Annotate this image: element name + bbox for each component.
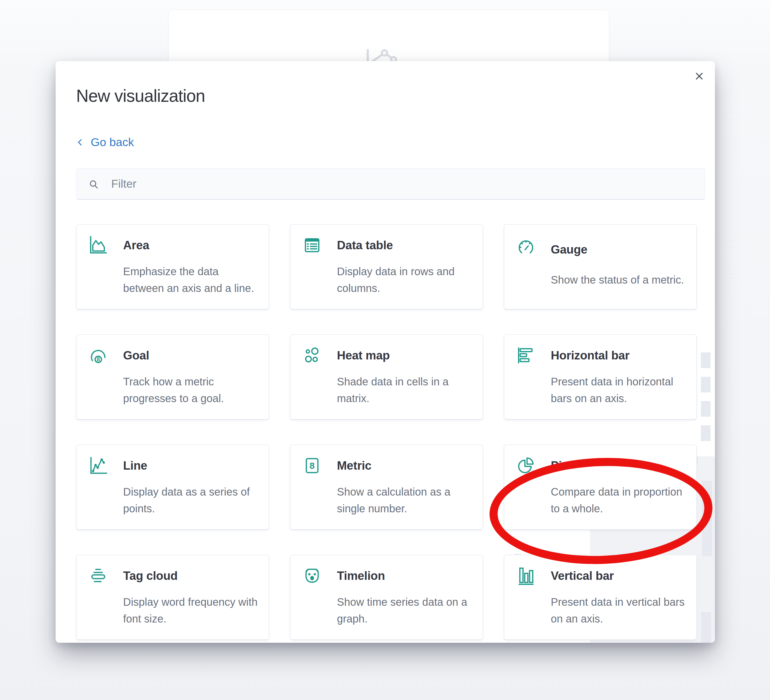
search-icon bbox=[89, 179, 99, 190]
pie-chart-icon bbox=[516, 456, 535, 475]
svg-text:8: 8 bbox=[310, 460, 315, 471]
vis-card-description: Show time series data on a graph. bbox=[337, 594, 473, 627]
vis-card-description: Track how a metric progresses to a goal. bbox=[123, 373, 259, 407]
vis-card-title: Heat map bbox=[337, 348, 473, 362]
vis-card-title: Metric bbox=[337, 459, 473, 472]
watermark-dash bbox=[701, 377, 710, 392]
watermark-dash bbox=[702, 481, 712, 556]
watermark-dash bbox=[701, 401, 710, 417]
vis-card-title: Gauge bbox=[551, 243, 687, 256]
goal-icon: 8 bbox=[89, 346, 108, 365]
heat-map-icon bbox=[302, 346, 322, 365]
vis-card-pie[interactable]: Pie Compare data in proportion to a whol… bbox=[504, 444, 697, 530]
vis-card-title: Timelion bbox=[337, 569, 473, 583]
vis-card-description: Compare data in proportion to a whole. bbox=[551, 483, 687, 517]
background-line-chart-icon bbox=[365, 49, 406, 62]
vis-card-title: Pie bbox=[551, 459, 687, 472]
watermark-dash bbox=[701, 352, 710, 368]
chevron-left-icon bbox=[76, 138, 85, 147]
close-icon bbox=[694, 70, 705, 82]
vis-card-description: Display data as a series of points. bbox=[123, 483, 259, 517]
vis-card-description: Present data in horizontal bars on an ax… bbox=[551, 373, 687, 407]
data-table-icon bbox=[302, 235, 322, 255]
vis-card-heat-map[interactable]: Heat map Shade data in cells in a matrix… bbox=[290, 334, 483, 420]
vis-card-data-table[interactable]: Data table Display data in rows and colu… bbox=[290, 224, 483, 309]
timelion-icon bbox=[302, 566, 322, 585]
visualization-type-grid: Area Emphasize the data between an axis … bbox=[76, 224, 697, 640]
page: { "modal": { "title": "New visualization… bbox=[0, 0, 770, 700]
vis-card-title: Vertical bar bbox=[551, 569, 687, 583]
vis-card-title: Horizontal bar bbox=[551, 348, 687, 362]
vis-card-title: Line bbox=[123, 459, 259, 472]
vis-card-line[interactable]: Line Display data as a series of points. bbox=[76, 444, 269, 530]
line-chart-icon bbox=[89, 456, 108, 475]
vis-card-title: Area bbox=[123, 238, 259, 252]
gauge-icon bbox=[516, 235, 535, 255]
close-button[interactable] bbox=[692, 69, 707, 84]
vis-card-gauge[interactable]: Gauge Show the status of a metric. bbox=[504, 224, 697, 309]
vis-card-description: Emphasize the data between an axis and a… bbox=[123, 263, 259, 297]
filter-field bbox=[76, 168, 705, 199]
metric-icon: 8 bbox=[302, 456, 322, 475]
vis-card-vertical-bar[interactable]: Vertical bar Present data in vertical ba… bbox=[504, 555, 697, 640]
vis-card-description: Show a calculation as a single number. bbox=[337, 483, 473, 517]
filter-input[interactable] bbox=[77, 169, 705, 199]
svg-text:8: 8 bbox=[97, 356, 100, 363]
vis-card-horizontal-bar[interactable]: Horizontal bar Present data in horizonta… bbox=[504, 334, 697, 420]
go-back-label: Go back bbox=[91, 136, 134, 149]
vis-card-goal[interactable]: 8 Goal Track how a metric progresses to … bbox=[76, 334, 269, 420]
new-visualization-modal: New visualization Go back Area Emphasize… bbox=[56, 61, 715, 643]
vis-card-metric[interactable]: 8 Metric Show a calculation as a single … bbox=[290, 444, 483, 530]
watermark-dash bbox=[701, 612, 711, 643]
vis-card-description: Show the status of a metric. bbox=[551, 271, 687, 288]
watermark-dash bbox=[701, 425, 710, 441]
vertical-bar-icon bbox=[516, 566, 535, 585]
vis-card-title: Data table bbox=[337, 238, 473, 252]
vis-card-description: Shade data in cells in a matrix. bbox=[337, 373, 473, 407]
vis-card-title: Tag cloud bbox=[123, 569, 259, 583]
vis-card-description: Present data in vertical bars on an axis… bbox=[551, 594, 687, 627]
horizontal-bar-icon bbox=[516, 346, 535, 365]
vis-card-description: Display data in rows and columns. bbox=[337, 263, 473, 297]
area-chart-icon bbox=[89, 235, 108, 255]
vis-card-tag-cloud[interactable]: Tag cloud Display word frequency with fo… bbox=[76, 555, 269, 640]
vis-card-area[interactable]: Area Emphasize the data between an axis … bbox=[76, 224, 269, 309]
tag-cloud-icon bbox=[89, 566, 108, 585]
vis-card-title: Goal bbox=[123, 348, 259, 362]
modal-title: New visualization bbox=[76, 86, 205, 106]
go-back-link[interactable]: Go back bbox=[76, 136, 134, 149]
vis-card-description: Display word frequency with font size. bbox=[123, 594, 259, 627]
vis-card-timelion[interactable]: Timelion Show time series data on a grap… bbox=[290, 555, 483, 640]
